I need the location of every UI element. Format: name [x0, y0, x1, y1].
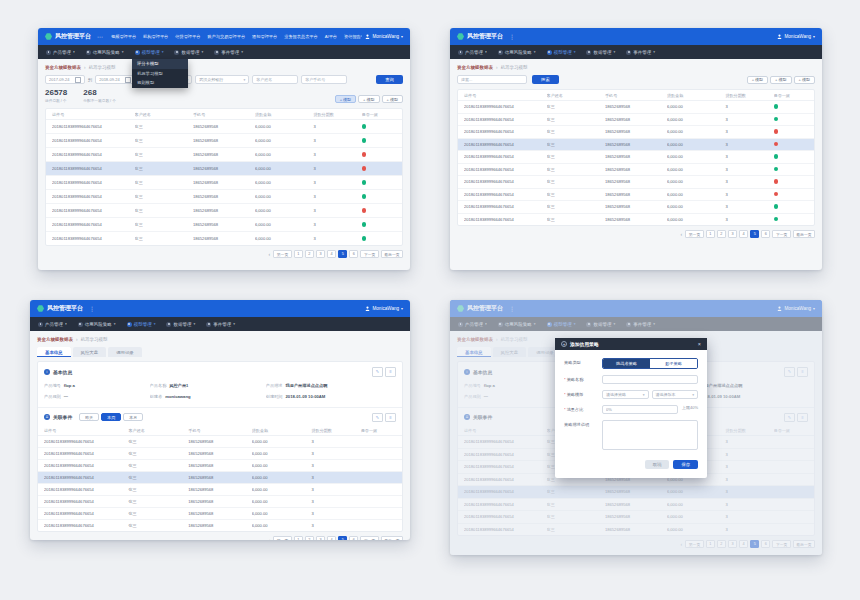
table-row[interactable]: 2018011838999664676654 张三 18652689568 6,… [458, 189, 814, 202]
top-nav-item[interactable]: 通知管理平台 [252, 34, 277, 39]
cancel-button[interactable]: 取消 [645, 460, 670, 469]
date-from-input[interactable]: 2017-09-24 [45, 75, 85, 84]
table-row[interactable]: 2018011838999664676654 张三 18652689568 6,… [458, 214, 814, 226]
page-button[interactable]: 1 [706, 230, 715, 238]
sub-nav-item[interactable]: 事件管理 ▾ [626, 50, 655, 55]
table-row[interactable]: 2018011838999664676654 张三 18652689568 6,… [38, 496, 402, 508]
add-model-button[interactable]: + 模型 [382, 95, 403, 103]
add-model-button[interactable]: + 模型 [335, 95, 356, 103]
dropdown-item[interactable]: 评分卡模型 [132, 59, 188, 69]
table-row[interactable]: 2018011838999664676654 张三 18652689568 6,… [38, 472, 402, 484]
page-button[interactable]: 2 [305, 250, 314, 258]
top-nav-item[interactable]: 业务报表总表平台 [284, 34, 318, 39]
dropdown-item[interactable]: 机器学习模型 [132, 69, 188, 79]
page-button[interactable]: 3 [316, 536, 325, 540]
edit-icon[interactable]: ✎ [372, 367, 383, 377]
table-row[interactable]: 2018011838999664676654 张三 18652689568 6,… [38, 448, 402, 460]
table-row[interactable]: 2018011838999664676654 张三 18652689568 6,… [46, 148, 402, 162]
top-nav-item[interactable]: 视频管理平台 [111, 34, 136, 39]
top-nav-item[interactable]: 信贷管理平台 [175, 34, 200, 39]
page-button[interactable]: 2 [305, 536, 314, 540]
add-model-button[interactable]: + 模型 [794, 76, 815, 84]
top-nav-item[interactable]: 账户与交易管理平台 [207, 34, 245, 39]
table-row[interactable]: 2018011838999664676654 张三 18652689568 6,… [46, 204, 402, 218]
sub-nav-item[interactable]: 产品管理 ▾ [38, 322, 67, 327]
sub-nav-item[interactable]: 产品管理 ▾ [46, 50, 75, 55]
sub-nav-item[interactable]: 数据管理 ▾ [174, 50, 203, 55]
table-row[interactable]: 2018011838999664676654 张三 18652689568 6,… [458, 114, 814, 127]
breadcrumb-root[interactable]: 资金方核提数据表 [457, 65, 493, 70]
table-row[interactable]: 2018011838999664676654 张三 18652689568 6,… [458, 126, 814, 139]
list-icon[interactable]: ≡ [385, 367, 396, 377]
breadcrumb-root[interactable]: 资金方核提数据表 [45, 65, 81, 70]
page-button[interactable]: 6 [761, 230, 770, 238]
page-button[interactable]: 1 [294, 536, 303, 540]
tab[interactable]: 基本信息 [37, 347, 71, 357]
table-row[interactable]: 2018011838999664676654 张三 18652689568 6,… [46, 134, 402, 148]
page-button[interactable]: 4 [327, 250, 336, 258]
table-row[interactable]: 2018011838999664676654 张三 18652689568 6,… [46, 120, 402, 134]
top-nav-item[interactable]: AI平台 [325, 34, 337, 39]
table-row[interactable]: 2018011838999664676654 张三 18652689568 6,… [458, 101, 814, 114]
kebab-menu-icon[interactable]: ⋮ [89, 306, 95, 312]
page-button[interactable]: 下一页 [772, 230, 790, 238]
table-row[interactable]: 2018011838999664676654 张三 18652689568 6,… [458, 176, 814, 189]
strategy-description-textarea[interactable] [602, 420, 698, 450]
user-menu[interactable]: MonicaWang ▾ [365, 306, 403, 311]
kebab-menu-icon[interactable]: ⋮ [509, 34, 515, 40]
table-row[interactable]: 2018011838999664676654 张三 18652689568 6,… [38, 484, 402, 496]
time-range-button[interactable]: 本月 [123, 413, 143, 421]
list-icon[interactable]: ≡ [385, 413, 396, 423]
top-nav-item[interactable]: 机构管理平台 [143, 34, 168, 39]
page-button[interactable]: 第一页 [273, 536, 291, 540]
page-button[interactable]: 最后一页 [381, 536, 403, 540]
page-button[interactable]: 最后一页 [381, 250, 403, 258]
tab[interactable]: 风控大盘 [73, 347, 107, 357]
close-icon[interactable]: × [698, 341, 701, 347]
sub-nav-item[interactable]: 信用风险策略 ▾ [86, 50, 124, 55]
prev-page-icon[interactable]: ‹ [681, 231, 683, 237]
user-menu[interactable]: MonicaWang ▾ [777, 34, 815, 39]
page-button[interactable]: 1 [294, 250, 303, 258]
bank-select[interactable]: 武汉众邦银行 ▾ [195, 75, 249, 84]
table-row[interactable]: 2018011838999664676654 张三 18652689568 6,… [46, 162, 402, 176]
sub-nav-item[interactable]: 信用风险策略 ▾ [78, 322, 116, 327]
table-row[interactable]: 2018011838999664676654 张三 18652689568 6,… [46, 218, 402, 232]
strategy-name-input[interactable] [602, 375, 698, 384]
breadcrumb-root[interactable]: 资金方核提数据表 [37, 337, 73, 342]
sub-nav-item[interactable]: 模型管理 ▾ [547, 50, 576, 55]
page-button[interactable]: 最后一页 [793, 230, 815, 238]
add-model-button[interactable]: + 模型 [358, 95, 379, 103]
add-model-button[interactable]: + 模型 [747, 76, 768, 84]
page-button[interactable]: 6 [349, 250, 358, 258]
sub-nav-item[interactable]: 事件管理 ▾ [214, 50, 243, 55]
search-input[interactable] [457, 75, 527, 84]
sub-nav-item[interactable]: 产品管理 ▾ [458, 50, 487, 55]
table-row[interactable]: 2018011838999664676654 张三 18652689568 6,… [46, 232, 402, 245]
sub-nav-item[interactable]: 信用风险策略 ▾ [498, 50, 536, 55]
prev-page-icon[interactable]: ‹ [269, 537, 271, 540]
page-button[interactable]: 下一页 [360, 250, 378, 258]
search-button[interactable]: 搜索 [532, 75, 559, 84]
prev-page-icon[interactable]: ‹ [269, 251, 271, 257]
strategy-type-option[interactable]: 挑战者策略 [603, 359, 650, 368]
table-row[interactable]: 2018011838999664676654 张三 18652689568 6,… [458, 139, 814, 152]
edit-icon[interactable]: ✎ [372, 413, 383, 423]
sub-nav-item[interactable]: 数据管理 ▾ [166, 322, 195, 327]
page-button[interactable]: 4 [327, 536, 336, 540]
customer-name-input[interactable] [252, 75, 298, 84]
sub-nav-item[interactable]: 事件管理 ▾ [206, 322, 235, 327]
table-row[interactable]: 2018011838999664676654 张三 18652689568 6,… [38, 460, 402, 472]
table-row[interactable]: 2018011838999664676654 张三 18652689568 6,… [38, 436, 402, 448]
table-row[interactable]: 2018011838999664676654 张三 18652689568 6,… [46, 190, 402, 204]
page-button[interactable]: 3 [316, 250, 325, 258]
sub-nav-item[interactable]: 数据管理 ▾ [586, 50, 615, 55]
tab[interactable]: 调用记录 [108, 347, 142, 357]
table-row[interactable]: 2018011838999664676654 张三 18652689568 6,… [38, 520, 402, 531]
table-row[interactable]: 2018011838999664676654 张三 18652689568 6,… [458, 201, 814, 214]
table-row[interactable]: 2018011838999664676654 张三 18652689568 6,… [458, 164, 814, 177]
page-button[interactable]: 2 [717, 230, 726, 238]
sub-nav-item[interactable]: 模型管理 ▾ [127, 322, 156, 327]
dropdown-item[interactable]: 规则模型 [132, 78, 188, 88]
page-button[interactable]: 4 [739, 230, 748, 238]
